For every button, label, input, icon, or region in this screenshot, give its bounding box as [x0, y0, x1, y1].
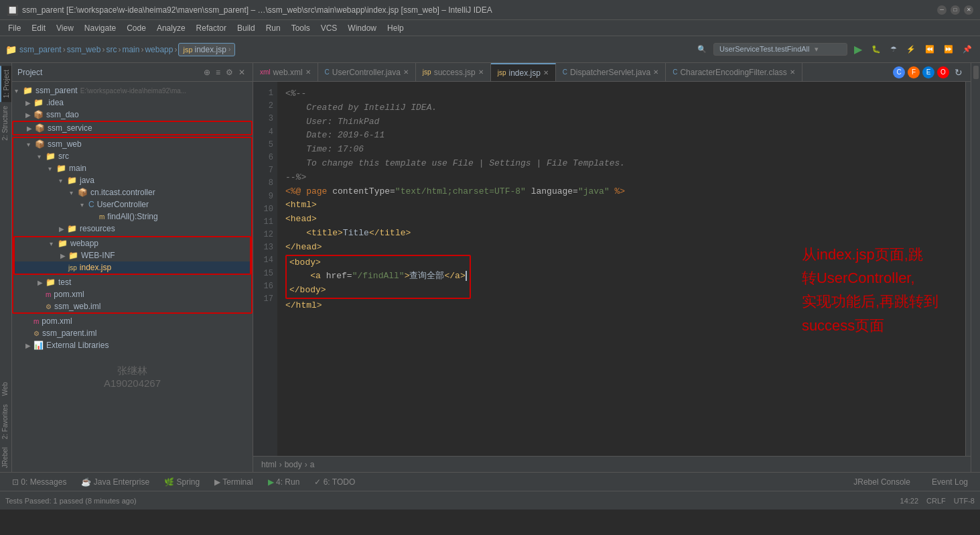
chrome-icon[interactable]: C — [893, 66, 905, 78]
tab-dispatcher-servlet[interactable]: C DispatcherServlet.java ✕ — [556, 63, 666, 81]
status-bar: Tests Passed: 1 passed (8 minutes ago) 1… — [0, 491, 980, 510]
tree-item-external-libs[interactable]: ▶ 📊 External Libraries — [12, 339, 253, 351]
menu-help[interactable]: Help — [382, 22, 409, 34]
bottom-tab-run[interactable]: ▶ 4: Run — [261, 476, 307, 488]
panel-settings-btn[interactable]: ⚙ — [224, 67, 235, 78]
editor-area: xml web.xml ✕ C UserController.java ✕ js… — [253, 63, 971, 472]
tab-web-xml[interactable]: xml web.xml ✕ — [253, 63, 318, 81]
left-tab-favorites[interactable]: 2: Favorites — [0, 400, 11, 443]
tab-close-web-xml[interactable]: ✕ — [305, 68, 311, 76]
status-charset: UTF-8 — [954, 497, 975, 505]
tree-item-main[interactable]: ▾ 📁 main — [13, 162, 251, 174]
tab-close-success[interactable]: ✕ — [478, 68, 484, 76]
bottom-tab-terminal[interactable]: ▶ Terminal — [208, 476, 259, 488]
tree-item-pom-root[interactable]: m pom.xml — [12, 315, 253, 327]
menu-run[interactable]: Run — [261, 22, 286, 34]
tree-item-ssm-service[interactable]: ▶ 📦 ssm_service — [12, 121, 253, 135]
left-tab-jrebel[interactable]: JRebel — [0, 443, 11, 472]
breadcrumb-current-file[interactable]: jsp index.jsp › — [178, 43, 235, 56]
tree-item-ssm-dao[interactable]: ▶ 📦 ssm_dao — [12, 109, 253, 121]
bottom-tab-java-enterprise[interactable]: ☕ Java Enterprise — [74, 476, 156, 488]
tab-close-dispatcher[interactable]: ✕ — [653, 68, 658, 76]
bottom-right-tabs: JRebel Console Event Log — [847, 476, 975, 488]
tree-item-ssm-web[interactable]: ▾ 📦 ssm_web — [13, 138, 251, 150]
vertical-scrollbar[interactable] — [965, 82, 971, 456]
code-line-13: <body> — [289, 256, 467, 270]
bottom-tab-event-log[interactable]: Event Log — [925, 476, 975, 488]
coverage-button[interactable]: ☂ — [888, 44, 900, 55]
profile-button[interactable]: ⚡ — [904, 44, 918, 55]
breadcrumb-nav: 📁 ssm_parent › ssm_web › src › main › we… — [5, 43, 692, 56]
debug-button[interactable]: 🐛 — [869, 44, 884, 55]
panel-collapse-btn[interactable]: ≡ — [214, 67, 222, 78]
tree-item-webinf[interactable]: ▶ 📁 WEB-INF — [15, 249, 250, 261]
opera-icon[interactable]: O — [937, 66, 949, 78]
menu-tools[interactable]: Tools — [286, 22, 316, 34]
tree-item-ssm-web-iml[interactable]: ⚙ ssm_web.iml — [13, 300, 251, 312]
tree-item-ssm-parent[interactable]: ▾ 📁 ssm_parent E:\workspace\w-idea\heima… — [12, 84, 253, 97]
breadcrumb-main[interactable]: main — [122, 45, 139, 54]
left-tab-structure[interactable]: 2: Structure — [0, 102, 11, 145]
tab-close-charfilter[interactable]: ✕ — [790, 68, 795, 76]
right-panel-scrollbar — [971, 63, 980, 472]
panel-close-btn[interactable]: ✕ — [236, 67, 247, 78]
breadcrumb-ssm-parent[interactable]: ssm_parent — [19, 45, 62, 54]
menu-refactor[interactable]: Refactor — [191, 22, 232, 34]
tree-item-pom-web[interactable]: m pom.xml — [13, 288, 251, 300]
panel-sync-btn[interactable]: ⊕ — [202, 67, 212, 78]
tree-item-resources[interactable]: ▶ 📁 resources — [13, 223, 251, 235]
breadcrumb-ssm-web[interactable]: ssm_web — [67, 45, 101, 54]
editor-tab-bar: xml web.xml ✕ C UserController.java ✕ js… — [253, 63, 971, 82]
tree-item-java[interactable]: ▾ 📁 java — [13, 174, 251, 186]
run-button[interactable]: ▶ — [851, 42, 865, 57]
toolbar-extra3[interactable]: 📌 — [960, 44, 975, 55]
reload-btn[interactable]: ↻ — [952, 66, 965, 79]
tab-close-index[interactable]: ✕ — [543, 69, 549, 76]
breadcrumb-src[interactable]: src — [106, 45, 117, 54]
tree-item-usercontroller[interactable]: ▾ C UserController — [13, 198, 251, 211]
tab-success-jsp[interactable]: jsp success.jsp ✕ — [416, 63, 491, 81]
close-btn[interactable]: ✕ — [964, 5, 973, 15]
code-content[interactable]: <%-- Created by IntelliJ IDEA. User: Thi… — [277, 82, 965, 456]
firefox-icon[interactable]: F — [908, 66, 920, 78]
tab-usercontroller[interactable]: C UserController.java ✕ — [318, 63, 416, 81]
tab-index-jsp[interactable]: jsp index.jsp ✕ — [491, 63, 556, 81]
scrollbar-thumb[interactable] — [973, 66, 979, 79]
menu-file[interactable]: File — [3, 22, 26, 34]
tree-item-idea[interactable]: ▶ 📁 .idea — [12, 97, 253, 109]
bottom-tab-messages[interactable]: ⊡ 0: Messages — [5, 476, 73, 488]
menu-view[interactable]: View — [51, 22, 79, 34]
minimize-btn[interactable]: ─ — [937, 5, 947, 15]
ie-icon[interactable]: E — [922, 66, 934, 78]
bottom-breadcrumb-body: body — [285, 460, 302, 469]
bottom-tab-jrebel-console[interactable]: JRebel Console — [847, 476, 917, 488]
tree-item-ssm-parent-iml[interactable]: ⚙ ssm_parent.iml — [12, 327, 253, 339]
run-config-selector[interactable]: UserServiceTest.testFindAll ▾ — [713, 43, 847, 56]
menu-build[interactable]: Build — [232, 22, 261, 34]
left-tab-web[interactable]: Web — [0, 378, 11, 400]
tree-item-index-jsp[interactable]: jsp index.jsp — [15, 261, 250, 274]
tree-item-test[interactable]: ▶ 📁 test — [13, 276, 251, 288]
tab-close-usercontroller[interactable]: ✕ — [403, 68, 409, 76]
menu-window[interactable]: Window — [342, 22, 382, 34]
toolbar-extra1[interactable]: ⏪ — [922, 44, 937, 55]
tree-item-webapp[interactable]: ▾ 📁 webapp — [15, 237, 250, 249]
toolbar-extra2[interactable]: ⏩ — [941, 44, 956, 55]
maximize-btn[interactable]: □ — [951, 5, 960, 15]
menu-bar: File Edit View Navigate Code Analyze Ref… — [0, 20, 980, 36]
tab-character-filter[interactable]: C CharacterEncodingFilter.class ✕ — [666, 63, 802, 81]
menu-edit[interactable]: Edit — [26, 22, 51, 34]
code-line-1: <%-- — [285, 87, 957, 101]
breadcrumb-webapp[interactable]: webapp — [145, 45, 173, 54]
menu-code[interactable]: Code — [121, 22, 151, 34]
tree-item-package[interactable]: ▾ 📦 cn.itcast.controller — [13, 186, 251, 198]
bottom-tab-todo[interactable]: ✓ 6: TODO — [307, 476, 362, 488]
toolbar-search-btn[interactable]: 🔍 — [695, 44, 709, 55]
tree-item-findall[interactable]: m findAll():String — [13, 211, 251, 223]
menu-vcs[interactable]: VCS — [316, 22, 343, 34]
menu-navigate[interactable]: Navigate — [79, 22, 121, 34]
left-tab-project[interactable]: 1: Project — [0, 66, 11, 102]
menu-analyze[interactable]: Analyze — [151, 22, 191, 34]
tree-item-src[interactable]: ▾ 📁 src — [13, 150, 251, 162]
bottom-tab-spring[interactable]: 🌿 Spring — [157, 476, 206, 488]
